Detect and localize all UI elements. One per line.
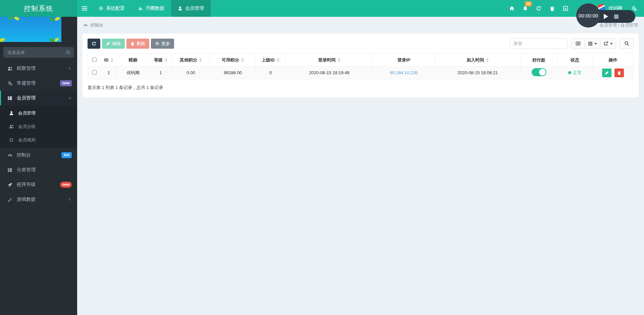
col-header-available-points[interactable]: 可用积分 — [210, 54, 256, 66]
more-button-label: 更多 — [161, 41, 170, 47]
screen-recorder-widget: 00:00:00 — [576, 3, 635, 29]
trash-icon — [617, 71, 621, 75]
columns-button[interactable] — [585, 38, 600, 49]
caret-down-icon — [610, 43, 613, 46]
chevron-left-icon — [68, 66, 72, 71]
select-all-checkbox-header[interactable] — [88, 54, 101, 66]
cogs-icon — [7, 81, 12, 86]
export-button[interactable] — [600, 38, 616, 49]
select-all-checkbox[interactable] — [92, 57, 97, 62]
trash-icon — [550, 6, 555, 11]
brand-title[interactable]: 控制系统 — [0, 0, 77, 17]
sidebar-item-label: 权限管理 — [17, 65, 63, 72]
cell-parent-id: 0 — [256, 66, 286, 79]
col-header-level[interactable]: 等级 — [150, 54, 172, 66]
sidebar-item-label: 分类管理 — [17, 167, 72, 173]
col-header-login-time[interactable]: 登录时间 — [286, 54, 373, 66]
menu-search-input[interactable] — [3, 47, 74, 58]
sort-icon — [486, 58, 489, 62]
sidebar-item-permission-management[interactable]: 权限管理 — [0, 61, 77, 76]
sidebar-subitem-member-groups[interactable]: 会员分组 — [0, 120, 77, 133]
sidebar-subitem-member-rules[interactable]: 会员规则 — [0, 133, 77, 147]
content-panel: 编辑 删除 更多 — [83, 34, 639, 97]
sidebar-item-label: 程序升级 — [17, 182, 56, 188]
gear-icon — [99, 6, 103, 11]
table-search-input[interactable] — [510, 38, 568, 49]
play-icon[interactable] — [604, 14, 608, 19]
list-alt-icon — [576, 41, 581, 46]
refresh-button[interactable] — [532, 0, 545, 17]
language-button[interactable] — [559, 0, 572, 17]
pencil-icon[interactable] — [625, 14, 629, 19]
sidebar-item-label: 会员管理 — [17, 95, 63, 101]
payment-toggle[interactable] — [532, 68, 546, 76]
tab-member-management[interactable]: 会员管理 — [171, 0, 211, 17]
refresh-icon — [536, 6, 541, 11]
cell-nickname: 优码网 — [116, 66, 150, 79]
table-toolbar: 编辑 删除 更多 — [88, 38, 634, 49]
hamburger-icon — [82, 6, 87, 10]
col-header-parent-id[interactable]: 上级ID — [256, 54, 286, 66]
sidebar-item-label: 游戏数据 — [17, 196, 63, 203]
sidebar-item-program-upgrade[interactable]: 程序升级 new — [0, 177, 77, 192]
clear-cache-button[interactable] — [545, 0, 559, 17]
home-button[interactable] — [505, 0, 519, 17]
col-header-login-ip: 登录IP — [373, 54, 435, 66]
sidebar-toggle-button[interactable] — [77, 0, 92, 17]
cell-level: 1 — [150, 66, 172, 79]
members-table: ID 昵称 等级 其他积分 可用积分 上级ID 登录时间 登录IP 加入时间 封… — [88, 53, 634, 79]
col-header-join-time[interactable]: 加入时间 — [435, 54, 521, 66]
gear-icon — [155, 41, 159, 46]
sort-icon — [111, 58, 113, 62]
cell-id: 1 — [101, 66, 116, 79]
status-label: 正常 — [573, 70, 582, 76]
stop-icon[interactable] — [614, 14, 619, 19]
cell-payment-toggle — [521, 66, 557, 79]
sidebar-item-dashboard[interactable]: 控制台 hot — [0, 148, 77, 163]
tab-system-config[interactable]: 系统配置 — [92, 0, 131, 17]
sort-icon — [241, 58, 244, 62]
sidebar-subitem-label: 会员管理 — [18, 110, 72, 116]
row-edit-button[interactable] — [602, 69, 611, 77]
sidebar-item-game-data[interactable]: 游戏数据 — [0, 192, 77, 207]
more-button[interactable]: 更多 — [151, 39, 174, 49]
row-checkbox[interactable] — [92, 70, 97, 75]
tab-coin-data[interactable]: 币圈数据 — [131, 0, 171, 17]
sidebar-item-general-management[interactable]: 常规管理 new — [0, 76, 77, 91]
pencil-icon — [605, 71, 609, 75]
row-delete-button[interactable] — [614, 69, 624, 77]
sort-icon — [199, 58, 202, 62]
cell-other-points: 0.00 — [172, 66, 210, 79]
notifications-button[interactable]: 10 — [519, 0, 532, 17]
topbar: 控制系统 系统配置 币圈数据 会员管理 10 — [0, 0, 644, 17]
trash-icon — [130, 42, 135, 46]
detail-view-button[interactable] — [571, 38, 585, 49]
search-toggle-button[interactable] — [620, 38, 634, 49]
user-icon — [9, 111, 14, 116]
leaf-decoration — [49, 17, 61, 24]
cell-status: 正常 — [557, 66, 593, 79]
sidebar-subitem-label: 会员规则 — [18, 137, 72, 143]
sidebar-item-member-management[interactable]: 会员管理 — [0, 91, 77, 105]
col-header-other-points[interactable]: 其他积分 — [172, 54, 210, 66]
recorder-timer[interactable]: 00:00:00 — [576, 3, 600, 28]
tab-label: 币圈数据 — [146, 5, 164, 11]
sidebar-item-category-management[interactable]: 分类管理 — [0, 163, 77, 177]
breadcrumb: 控制台 会员管理 / 会员管理 — [77, 17, 644, 34]
edit-button[interactable]: 编辑 — [102, 39, 125, 49]
table-header-row: ID 昵称 等级 其他积分 可用积分 上级ID 登录时间 登录IP 加入时间 封… — [88, 54, 634, 66]
sidebar-subitem-member-management[interactable]: 会员管理 — [0, 106, 77, 120]
sort-icon — [165, 58, 167, 62]
refresh-button[interactable] — [88, 39, 100, 49]
list-icon — [7, 168, 12, 173]
breadcrumb-dashboard[interactable]: 控制台 — [83, 22, 103, 28]
new-badge: new — [60, 80, 72, 86]
recorder-time-label: 00:00:00 — [579, 13, 598, 18]
cell-available-points: 99286.00 — [210, 66, 256, 79]
delete-button[interactable]: 删除 — [126, 39, 149, 49]
sidebar-search — [3, 47, 74, 58]
pencil-icon — [106, 42, 110, 46]
wand-icon — [7, 197, 12, 202]
main-content: 控制台 会员管理 / 会员管理 编辑 删除 更多 — [77, 17, 644, 315]
col-header-id[interactable]: ID — [101, 54, 116, 66]
